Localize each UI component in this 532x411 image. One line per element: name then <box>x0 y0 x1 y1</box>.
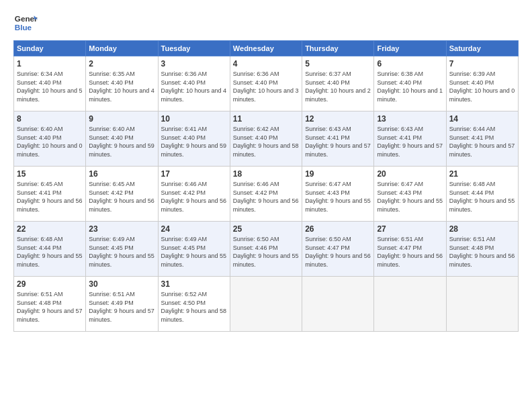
calendar-cell: 31Sunrise: 6:52 AMSunset: 4:50 PMDayligh… <box>158 277 230 332</box>
calendar-cell: 17Sunrise: 6:46 AMSunset: 4:42 PMDayligh… <box>158 167 230 222</box>
day-info: Sunrise: 6:46 AMSunset: 4:42 PMDaylight:… <box>233 180 299 214</box>
day-number: 23 <box>89 224 154 234</box>
day-number: 9 <box>89 114 154 124</box>
day-number: 29 <box>17 279 83 289</box>
days-header-row: SundayMondayTuesdayWednesdayThursdayFrid… <box>14 41 519 56</box>
day-info: Sunrise: 6:34 AMSunset: 4:40 PMDaylight:… <box>17 70 83 103</box>
day-header-wednesday: Wednesday <box>230 41 302 56</box>
calendar-cell: 3Sunrise: 6:36 AMSunset: 4:40 PMDaylight… <box>158 56 230 111</box>
calendar-cell: 25Sunrise: 6:50 AMSunset: 4:46 PMDayligh… <box>230 222 302 277</box>
day-info: Sunrise: 6:48 AMSunset: 4:44 PMDaylight:… <box>449 180 515 214</box>
week-row-4: 22Sunrise: 6:48 AMSunset: 4:44 PMDayligh… <box>14 222 519 277</box>
day-number: 19 <box>305 169 371 179</box>
day-info: Sunrise: 6:41 AMSunset: 4:40 PMDaylight:… <box>161 125 227 158</box>
day-number: 7 <box>449 59 515 68</box>
calendar-cell: 4Sunrise: 6:36 AMSunset: 4:40 PMDaylight… <box>230 56 302 111</box>
calendar-cell: 2Sunrise: 6:35 AMSunset: 4:40 PMDaylight… <box>86 56 158 111</box>
day-info: Sunrise: 6:48 AMSunset: 4:44 PMDaylight:… <box>17 235 83 269</box>
calendar-cell: 18Sunrise: 6:46 AMSunset: 4:42 PMDayligh… <box>230 167 302 222</box>
calendar-cell: 28Sunrise: 6:51 AMSunset: 4:48 PMDayligh… <box>446 222 518 277</box>
logo: General Blue <box>13 11 38 35</box>
day-info: Sunrise: 6:36 AMSunset: 4:40 PMDaylight:… <box>161 70 227 103</box>
day-number: 4 <box>233 59 299 68</box>
calendar-cell <box>230 277 302 332</box>
calendar-cell: 13Sunrise: 6:43 AMSunset: 4:41 PMDayligh… <box>374 111 446 167</box>
calendar-cell: 19Sunrise: 6:47 AMSunset: 4:43 PMDayligh… <box>302 167 374 222</box>
calendar-cell: 27Sunrise: 6:51 AMSunset: 4:47 PMDayligh… <box>374 222 446 277</box>
day-number: 24 <box>161 224 227 234</box>
day-header-friday: Friday <box>374 41 446 56</box>
calendar-cell: 20Sunrise: 6:47 AMSunset: 4:43 PMDayligh… <box>374 167 446 222</box>
calendar-cell <box>446 277 518 332</box>
day-number: 12 <box>305 114 371 124</box>
calendar-cell <box>374 277 446 332</box>
day-number: 3 <box>161 59 227 68</box>
day-info: Sunrise: 6:43 AMSunset: 4:41 PMDaylight:… <box>305 125 371 158</box>
day-info: Sunrise: 6:51 AMSunset: 4:48 PMDaylight:… <box>17 290 83 324</box>
calendar-cell: 11Sunrise: 6:42 AMSunset: 4:40 PMDayligh… <box>230 111 302 167</box>
day-info: Sunrise: 6:51 AMSunset: 4:49 PMDaylight:… <box>89 290 154 324</box>
day-info: Sunrise: 6:49 AMSunset: 4:45 PMDaylight:… <box>89 235 154 269</box>
week-row-1: 1Sunrise: 6:34 AMSunset: 4:40 PMDaylight… <box>14 56 519 111</box>
week-row-2: 8Sunrise: 6:40 AMSunset: 4:40 PMDaylight… <box>14 111 519 167</box>
day-info: Sunrise: 6:45 AMSunset: 4:41 PMDaylight:… <box>17 180 83 214</box>
calendar-cell: 6Sunrise: 6:38 AMSunset: 4:40 PMDaylight… <box>374 56 446 111</box>
calendar-cell <box>302 277 374 332</box>
day-number: 17 <box>161 169 227 179</box>
calendar-cell: 21Sunrise: 6:48 AMSunset: 4:44 PMDayligh… <box>446 167 518 222</box>
day-number: 16 <box>89 169 154 179</box>
week-row-5: 29Sunrise: 6:51 AMSunset: 4:48 PMDayligh… <box>14 277 519 332</box>
calendar-cell: 10Sunrise: 6:41 AMSunset: 4:40 PMDayligh… <box>158 111 230 167</box>
header: General Blue <box>13 11 519 35</box>
calendar-cell: 24Sunrise: 6:49 AMSunset: 4:45 PMDayligh… <box>158 222 230 277</box>
calendar-cell: 7Sunrise: 6:39 AMSunset: 4:40 PMDaylight… <box>446 56 518 111</box>
calendar-cell: 8Sunrise: 6:40 AMSunset: 4:40 PMDaylight… <box>14 111 86 167</box>
day-header-saturday: Saturday <box>446 41 518 56</box>
day-number: 26 <box>305 224 371 234</box>
day-number: 30 <box>89 279 154 289</box>
day-number: 8 <box>17 114 83 124</box>
day-header-sunday: Sunday <box>14 41 86 56</box>
day-number: 21 <box>449 169 515 179</box>
day-info: Sunrise: 6:37 AMSunset: 4:40 PMDaylight:… <box>305 70 371 103</box>
day-number: 2 <box>89 59 154 68</box>
day-number: 15 <box>17 169 83 179</box>
day-info: Sunrise: 6:45 AMSunset: 4:42 PMDaylight:… <box>89 180 154 214</box>
calendar-cell: 30Sunrise: 6:51 AMSunset: 4:49 PMDayligh… <box>86 277 158 332</box>
day-number: 20 <box>377 169 443 179</box>
day-info: Sunrise: 6:35 AMSunset: 4:40 PMDaylight:… <box>89 70 154 103</box>
day-number: 5 <box>305 59 371 68</box>
calendar-cell: 29Sunrise: 6:51 AMSunset: 4:48 PMDayligh… <box>14 277 86 332</box>
calendar-cell: 22Sunrise: 6:48 AMSunset: 4:44 PMDayligh… <box>14 222 86 277</box>
calendar-cell: 9Sunrise: 6:40 AMSunset: 4:40 PMDaylight… <box>86 111 158 167</box>
day-header-tuesday: Tuesday <box>158 41 230 56</box>
day-info: Sunrise: 6:40 AMSunset: 4:40 PMDaylight:… <box>89 125 154 158</box>
day-number: 11 <box>233 114 299 124</box>
day-info: Sunrise: 6:46 AMSunset: 4:42 PMDaylight:… <box>161 180 227 214</box>
calendar-cell: 12Sunrise: 6:43 AMSunset: 4:41 PMDayligh… <box>302 111 374 167</box>
calendar-cell: 16Sunrise: 6:45 AMSunset: 4:42 PMDayligh… <box>86 167 158 222</box>
calendar-cell: 23Sunrise: 6:49 AMSunset: 4:45 PMDayligh… <box>86 222 158 277</box>
day-info: Sunrise: 6:44 AMSunset: 4:41 PMDaylight:… <box>449 125 515 158</box>
day-number: 18 <box>233 169 299 179</box>
day-info: Sunrise: 6:51 AMSunset: 4:47 PMDaylight:… <box>377 235 443 269</box>
day-header-thursday: Thursday <box>302 41 374 56</box>
day-number: 6 <box>377 59 443 68</box>
day-info: Sunrise: 6:39 AMSunset: 4:40 PMDaylight:… <box>449 70 515 103</box>
day-info: Sunrise: 6:51 AMSunset: 4:48 PMDaylight:… <box>449 235 515 269</box>
day-info: Sunrise: 6:47 AMSunset: 4:43 PMDaylight:… <box>377 180 443 214</box>
day-info: Sunrise: 6:40 AMSunset: 4:40 PMDaylight:… <box>17 125 83 158</box>
day-number: 22 <box>17 224 83 234</box>
calendar-cell: 5Sunrise: 6:37 AMSunset: 4:40 PMDaylight… <box>302 56 374 111</box>
calendar-cell: 1Sunrise: 6:34 AMSunset: 4:40 PMDaylight… <box>14 56 86 111</box>
day-info: Sunrise: 6:52 AMSunset: 4:50 PMDaylight:… <box>161 290 227 324</box>
calendar-cell: 15Sunrise: 6:45 AMSunset: 4:41 PMDayligh… <box>14 167 86 222</box>
day-number: 10 <box>161 114 227 124</box>
day-number: 31 <box>161 279 227 289</box>
day-number: 13 <box>377 114 443 124</box>
day-info: Sunrise: 6:47 AMSunset: 4:43 PMDaylight:… <box>305 180 371 214</box>
day-info: Sunrise: 6:50 AMSunset: 4:46 PMDaylight:… <box>233 235 299 269</box>
day-info: Sunrise: 6:49 AMSunset: 4:45 PMDaylight:… <box>161 235 227 269</box>
svg-text:Blue: Blue <box>15 23 32 32</box>
calendar-cell: 14Sunrise: 6:44 AMSunset: 4:41 PMDayligh… <box>446 111 518 167</box>
